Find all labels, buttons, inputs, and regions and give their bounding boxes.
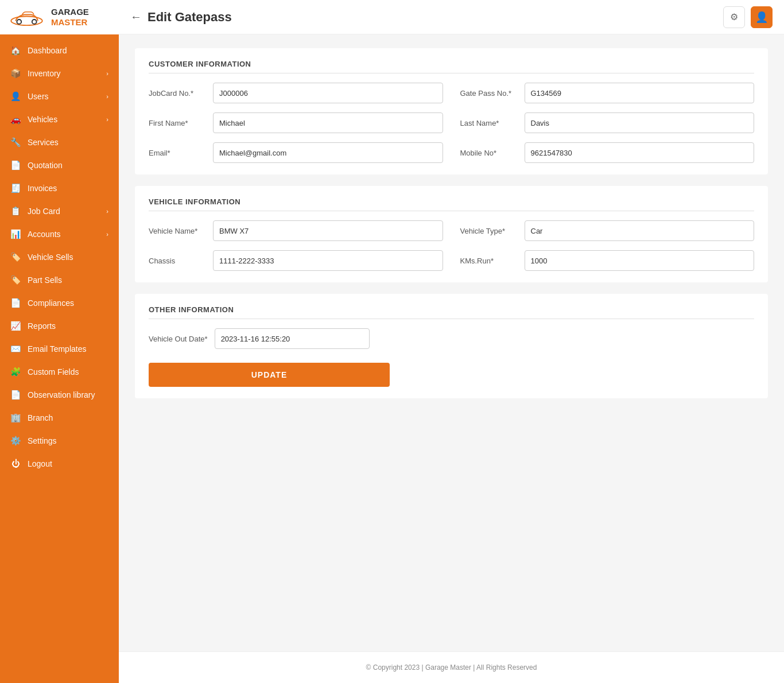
vehicle-sells-icon: 🏷️ <box>10 252 21 262</box>
inventory-icon: 📦 <box>10 68 21 79</box>
first-name-input[interactable] <box>213 112 443 133</box>
main-content: ← Edit Gatepass ⚙ 👤 CUSTOMER INFORMATION… <box>119 0 784 683</box>
first-name-label: First Name* <box>149 119 206 127</box>
sidebar-label-custom-fields: Custom Fields <box>28 367 108 377</box>
observation-library-icon: 📄 <box>10 390 21 400</box>
vehicle-type-group: Vehicle Type* <box>460 220 755 241</box>
gatepass-no-group: Gate Pass No.* <box>460 83 755 103</box>
last-name-label: Last Name* <box>460 119 518 127</box>
services-icon: 🔧 <box>10 137 21 148</box>
back-button[interactable]: ← <box>130 10 142 24</box>
sidebar-label-reports: Reports <box>28 321 108 331</box>
sidebar-label-services: Services <box>28 138 108 147</box>
vehicle-name-label: Vehicle Name* <box>149 227 206 235</box>
sidebar-label-observation-library: Observation library <box>28 390 108 399</box>
settings-icon: ⚙️ <box>10 436 21 446</box>
page-title: Edit Gatepass <box>148 10 232 25</box>
sidebar-label-part-sells: Part Sells <box>28 275 108 285</box>
customer-information-section: CUSTOMER INFORMATION JobCard No.* Gate P… <box>135 48 768 174</box>
vehicle-out-date-input[interactable] <box>215 328 370 349</box>
other-info-title: OTHER INFORMATION <box>149 305 754 319</box>
vehicle-name-input[interactable] <box>213 220 443 241</box>
sidebar-item-dashboard[interactable]: 🏠 Dashboard <box>0 39 119 62</box>
accounts-icon: 📊 <box>10 229 21 239</box>
sidebar-item-compliances[interactable]: 📄 Compliances <box>0 292 119 315</box>
sidebar-label-accounts: Accounts <box>28 230 99 239</box>
sidebar-item-logout[interactable]: ⏻ Logout <box>0 452 119 475</box>
row-vehicle-name-type: Vehicle Name* Vehicle Type* <box>149 220 754 241</box>
user-icon: 👤 <box>755 11 768 24</box>
vehicle-type-input[interactable] <box>525 220 755 241</box>
sidebar-item-vehicles[interactable]: 🚗 Vehicles › <box>0 108 119 131</box>
sidebar-label-branch: Branch <box>28 413 108 422</box>
sidebar-label-logout: Logout <box>28 459 108 468</box>
vehicle-information-section: VEHICLE INFORMATION Vehicle Name* Vehicl… <box>135 186 768 282</box>
quotation-icon: 📄 <box>10 160 21 170</box>
sidebar-label-invoices: Invoices <box>28 184 108 193</box>
top-bar: ← Edit Gatepass ⚙ 👤 <box>119 0 784 34</box>
settings-gear-button[interactable]: ⚙ <box>723 6 745 28</box>
part-sells-icon: 🏷️ <box>10 275 21 285</box>
sidebar-item-email-templates[interactable]: ✉️ Email Templates <box>0 337 119 360</box>
sidebar-item-custom-fields[interactable]: 🧩 Custom Fields <box>0 360 119 383</box>
sidebar-item-reports[interactable]: 📈 Reports <box>0 315 119 337</box>
row-contact: Email* Mobile No* <box>149 142 754 163</box>
last-name-group: Last Name* <box>460 112 755 133</box>
sidebar-label-settings: Settings <box>28 436 108 445</box>
sidebar-item-branch[interactable]: 🏢 Branch <box>0 406 119 429</box>
footer: © Copyright 2023 | Garage Master | All R… <box>119 651 784 683</box>
jobcard-icon: 📋 <box>10 206 21 216</box>
sidebar-item-quotation[interactable]: 📄 Quotation <box>0 154 119 177</box>
chassis-input[interactable] <box>213 250 443 271</box>
chevron-right-icon: › <box>106 116 108 123</box>
gatepass-no-label: Gate Pass No.* <box>460 89 518 98</box>
chevron-right-icon: › <box>106 208 108 215</box>
logo-master-text: MASTER <box>51 17 89 27</box>
sidebar-item-inventory[interactable]: 📦 Inventory › <box>0 62 119 85</box>
sidebar-item-observation-library[interactable]: 📄 Observation library <box>0 383 119 406</box>
form-area: CUSTOMER INFORMATION JobCard No.* Gate P… <box>119 34 784 651</box>
footer-text: © Copyright 2023 | Garage Master | All R… <box>366 663 537 672</box>
last-name-input[interactable] <box>525 112 755 133</box>
sidebar-label-email-templates: Email Templates <box>28 344 108 354</box>
sidebar-label-inventory: Inventory <box>28 69 99 78</box>
sidebar-item-services[interactable]: 🔧 Services <box>0 131 119 154</box>
row-chassis-kms: Chassis KMs.Run* <box>149 250 754 271</box>
mobile-label: Mobile No* <box>460 149 518 157</box>
email-input[interactable] <box>213 142 443 163</box>
logout-icon: ⏻ <box>10 459 21 468</box>
update-button[interactable]: UPDATE <box>149 363 390 387</box>
logo: GARAGE MASTER <box>0 0 119 34</box>
sidebar-item-users[interactable]: 👤 Users › <box>0 85 119 108</box>
first-name-group: First Name* <box>149 112 443 133</box>
kms-run-input[interactable] <box>525 250 755 271</box>
sidebar-item-accounts[interactable]: 📊 Accounts › <box>0 223 119 246</box>
logo-garage-text: GARAGE <box>51 7 89 17</box>
email-group: Email* <box>149 142 443 163</box>
chassis-group: Chassis <box>149 250 443 271</box>
sidebar-label-dashboard: Dashboard <box>28 46 108 55</box>
email-templates-icon: ✉️ <box>10 344 21 354</box>
jobcard-no-group: JobCard No.* <box>149 83 443 103</box>
chevron-right-icon: › <box>106 70 108 77</box>
user-avatar-button[interactable]: 👤 <box>751 6 773 28</box>
reports-icon: 📈 <box>10 321 21 331</box>
gatepass-no-input[interactable] <box>525 83 755 103</box>
sidebar-label-vehicle-sells: Vehicle Sells <box>28 253 108 262</box>
kms-run-group: KMs.Run* <box>460 250 755 271</box>
sidebar-item-invoices[interactable]: 🧾 Invoices <box>0 177 119 200</box>
sidebar-item-jobcard[interactable]: 📋 Job Card › <box>0 200 119 223</box>
sidebar-item-part-sells[interactable]: 🏷️ Part Sells <box>0 269 119 292</box>
mobile-input[interactable] <box>525 142 755 163</box>
sidebar-item-settings[interactable]: ⚙️ Settings <box>0 429 119 452</box>
sidebar-label-users: Users <box>28 92 99 101</box>
jobcard-no-input[interactable] <box>213 83 443 103</box>
vehicle-info-title: VEHICLE INFORMATION <box>149 197 754 211</box>
logo-car-icon <box>8 7 45 28</box>
chevron-right-icon: › <box>106 93 108 100</box>
vehicles-icon: 🚗 <box>10 114 21 125</box>
sidebar-label-quotation: Quotation <box>28 161 108 170</box>
sidebar-item-vehicle-sells[interactable]: 🏷️ Vehicle Sells <box>0 246 119 269</box>
vehicle-name-group: Vehicle Name* <box>149 220 443 241</box>
sidebar-label-vehicles: Vehicles <box>28 115 99 124</box>
